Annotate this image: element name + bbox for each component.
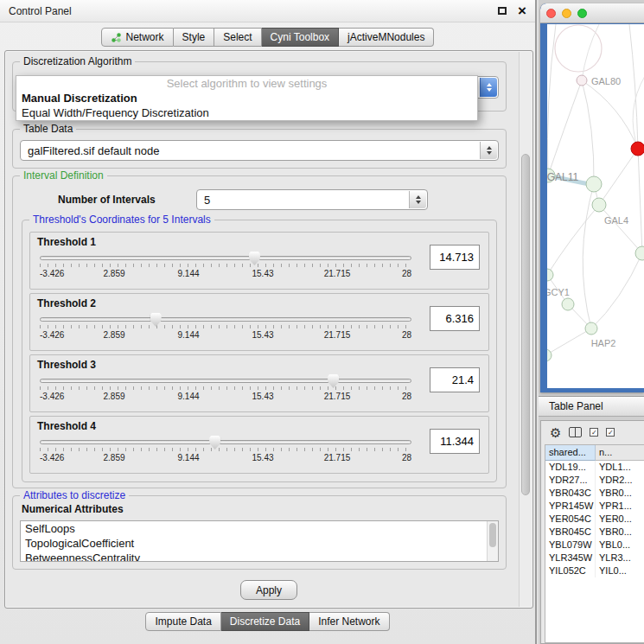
- float-window-icon[interactable]: [498, 7, 507, 15]
- table-row[interactable]: YDL19...YDL1...: [545, 461, 644, 474]
- list-scrollbar-thumb[interactable]: [489, 523, 496, 547]
- panel-scrollbar[interactable]: [519, 52, 532, 607]
- algorithm-option-placeholder[interactable]: Select algorithm to view settings: [16, 76, 477, 91]
- cell[interactable]: YBR0...: [596, 526, 644, 539]
- cell[interactable]: YBL0...: [596, 539, 644, 552]
- combo-stepper-icon[interactable]: [480, 78, 497, 97]
- table-row[interactable]: YIL052CYIL0...: [545, 564, 644, 577]
- threshold-value-input[interactable]: [430, 429, 480, 454]
- cell[interactable]: YPR145W: [545, 500, 596, 513]
- node: [635, 246, 644, 260]
- number-of-intervals-combobox[interactable]: 5: [196, 189, 428, 210]
- slider-track[interactable]: [40, 440, 411, 444]
- tab-infer-network[interactable]: Infer Network: [309, 612, 389, 631]
- algorithm-option-equal-width[interactable]: Equal Width/Frequency Discretization: [16, 105, 477, 120]
- cell[interactable]: YLR3...: [596, 552, 644, 564]
- minimize-traffic-light-icon[interactable]: [562, 9, 571, 18]
- scale-label: 28: [402, 330, 411, 340]
- threshold-value-input[interactable]: [430, 306, 480, 331]
- table-row[interactable]: YBL079WYBL0...: [545, 539, 644, 552]
- slider-scale: -3.426 2.859 9.144 15.43 21.715 28: [40, 330, 411, 341]
- slider-scale: -3.426 2.859 9.144 15.43 21.715 28: [40, 269, 411, 279]
- scale-label: 21.715: [324, 330, 351, 340]
- select-column-checkbox-icon[interactable]: ✓: [606, 428, 615, 437]
- scale-label: 21.715: [324, 453, 351, 462]
- cell[interactable]: YER0...: [596, 513, 644, 526]
- list-item[interactable]: SelfLoops: [21, 521, 498, 536]
- table-row[interactable]: YBR045CYBR0...: [545, 526, 644, 539]
- zoom-traffic-light-icon[interactable]: [577, 9, 587, 18]
- scale-label: 2.859: [103, 392, 124, 401]
- list-item[interactable]: TopologicalCoefficient: [21, 536, 498, 551]
- tab-select[interactable]: Select: [214, 28, 261, 47]
- threshold-slider[interactable]: -3.426 2.859 9.144 15.43 21.715 28: [39, 313, 412, 349]
- tab-network[interactable]: Network: [101, 28, 174, 47]
- threshold-value-input[interactable]: [430, 245, 480, 270]
- close-traffic-light-icon[interactable]: [546, 9, 556, 18]
- cell[interactable]: YDL1...: [596, 461, 644, 474]
- tab-style[interactable]: Style: [174, 28, 215, 47]
- number-of-intervals-label: Number of Intervals: [58, 194, 156, 206]
- cell[interactable]: YIL0...: [596, 564, 644, 577]
- table-row[interactable]: YER054CYER0...: [545, 513, 644, 526]
- numerical-attributes-list: SelfLoops TopologicalCoefficient Between…: [20, 520, 499, 562]
- table-data-combobox[interactable]: galFiltered.sif default node: [20, 140, 499, 161]
- columns-icon[interactable]: [569, 427, 582, 437]
- tab-discretize-data[interactable]: Discretize Data: [221, 612, 309, 631]
- column-header-name[interactable]: n...: [596, 445, 644, 461]
- cell[interactable]: YPR1...: [596, 500, 644, 513]
- threshold-value-input[interactable]: [430, 367, 480, 392]
- tab-cyni-toolbox[interactable]: Cyni Toolbox: [262, 28, 339, 47]
- highlighted-node: [631, 142, 644, 156]
- threshold-list: Threshold 1 -3.426 2.859 9.144: [29, 232, 489, 474]
- tab-label: Infer Network: [318, 615, 379, 628]
- close-icon[interactable]: ×: [518, 5, 526, 17]
- window-icons: ×: [498, 5, 526, 17]
- cell[interactable]: YER054C: [545, 513, 596, 526]
- cell[interactable]: YBR043C: [545, 487, 596, 500]
- gear-icon[interactable]: ⚙: [550, 426, 561, 439]
- cell[interactable]: YDL19...: [545, 461, 596, 474]
- cell[interactable]: YBR0...: [596, 487, 644, 500]
- list-item[interactable]: BetweennessCentrality: [21, 551, 498, 562]
- combo-stepper-icon[interactable]: [480, 142, 497, 159]
- network-canvas[interactable]: GAL80 GAL11 GAL4 GCY1 HAP2: [547, 24, 644, 388]
- threshold-slider[interactable]: -3.426 2.859 9.144 15.43 21.715 28: [39, 374, 412, 411]
- node: [547, 349, 552, 361]
- select-all-checkbox-icon[interactable]: ✓: [590, 428, 598, 437]
- threshold-slider[interactable]: -3.426 2.859 9.144 15.43 21.715 28: [39, 436, 412, 472]
- slider-track[interactable]: [40, 379, 411, 383]
- scale-label: 15.43: [252, 392, 273, 401]
- apply-button[interactable]: Apply: [240, 580, 297, 600]
- interval-definition-group: Interval Definition Number of Intervals …: [12, 175, 507, 488]
- column-header-shared[interactable]: shared...: [545, 445, 596, 461]
- cell[interactable]: YBL079W: [545, 539, 596, 552]
- cell[interactable]: YIL052C: [545, 564, 596, 577]
- slider-track[interactable]: [40, 256, 411, 260]
- threshold-label: Threshold 2: [37, 297, 96, 309]
- algorithm-option-manual-discretization[interactable]: Manual Discretization: [16, 91, 477, 105]
- slider-track[interactable]: [40, 317, 411, 322]
- cell[interactable]: YDR2...: [596, 474, 644, 487]
- tab-impute-data[interactable]: Impute Data: [145, 612, 220, 631]
- table-row[interactable]: YBR043CYBR0...: [545, 487, 644, 500]
- table-row[interactable]: YLR345WYLR3...: [545, 552, 644, 564]
- table-row[interactable]: YPR145WYPR1...: [545, 500, 644, 513]
- node: [585, 322, 597, 335]
- list-scrollbar[interactable]: [487, 521, 498, 561]
- cell[interactable]: YDR27...: [545, 474, 596, 487]
- table-row[interactable]: YDR27...YDR2...: [545, 474, 644, 487]
- attributes-group: Attributes to discretize Numerical Attri…: [12, 495, 507, 570]
- table-panel-title: Table Panel: [539, 396, 644, 417]
- combo-stepper-icon[interactable]: [409, 191, 426, 208]
- node: [592, 198, 606, 212]
- cell[interactable]: YBR045C: [545, 526, 596, 539]
- tab-label: jActiveMNodules: [348, 31, 424, 43]
- bottom-tab-bar: Impute Data Discretize Data Infer Networ…: [0, 612, 535, 631]
- scale-label: 9.144: [177, 392, 199, 401]
- panel-scrollbar-thumb[interactable]: [521, 154, 530, 495]
- tab-jactivemnodules[interactable]: jActiveMNodules: [339, 28, 434, 47]
- tab-label: Network: [126, 31, 164, 43]
- cell[interactable]: YLR345W: [545, 552, 596, 564]
- threshold-slider[interactable]: -3.426 2.859 9.144 15.43 21.715 28: [39, 252, 412, 288]
